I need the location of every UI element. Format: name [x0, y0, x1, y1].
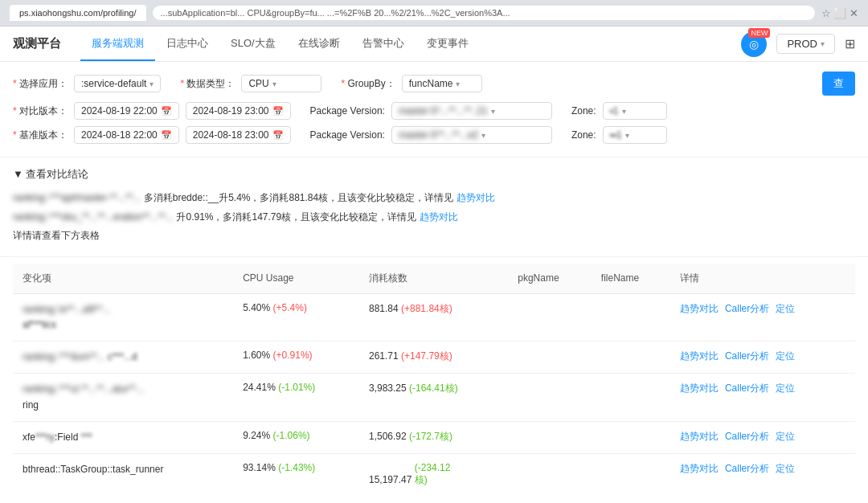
locate-btn-2[interactable]: 定位	[776, 350, 795, 363]
nav-item-server-monitor[interactable]: 服务端观测	[80, 27, 155, 61]
compare-start-date[interactable]: 2024-08-19 22:00 📅	[74, 102, 179, 120]
nav-item-online-diag[interactable]: 在线诊断	[287, 27, 351, 61]
zone-label: Zone:	[571, 105, 596, 117]
new-badge: NEW	[748, 28, 770, 38]
change-cell-3: ranking::***ul.**...**...atur**... ring	[13, 374, 233, 421]
comparison-table: 变化项 CPU Usage 消耗核数 pkgName fileName 详情 r…	[13, 264, 855, 495]
locate-btn-1[interactable]: 定位	[776, 302, 795, 316]
group-by-value: funcName	[409, 78, 453, 89]
base-end-date[interactable]: 2024-08-18 23:00 📅	[186, 126, 291, 144]
cpu-usage-cell-3: 24.41% (-1.01%)	[233, 374, 359, 421]
trend-compare-link-1[interactable]: 趋势对比	[457, 192, 495, 203]
group-by-label: GroupBy：	[341, 77, 395, 91]
compare-end-date[interactable]: 2024-08-19 23:00 📅	[186, 102, 291, 120]
file-cell-3	[592, 374, 670, 421]
th-cores: 消耗核数	[359, 264, 508, 294]
action-cell-1: 趋势对比 Caller分析 定位	[670, 293, 855, 341]
chevron-down-icon: ▾	[456, 80, 460, 88]
caller-btn-4[interactable]: Caller分析	[725, 430, 769, 444]
table-row: ranking::lo**...afil**... af***tics 5.40…	[13, 293, 855, 341]
data-type-label: 数据类型：	[180, 77, 235, 91]
caller-btn-3[interactable]: Caller分析	[725, 382, 769, 395]
action-cell-5: 趋势对比 Caller分析 定位	[670, 453, 855, 495]
caller-btn-2[interactable]: Caller分析	[725, 350, 769, 363]
summary-line-3: 详情请查看下方表格	[13, 227, 855, 245]
action-cell-3: 趋势对比 Caller分析 定位	[670, 374, 855, 421]
browser-tab[interactable]: ps.xiaohongshu.com/profiling/	[10, 5, 146, 21]
th-change: 变化项	[13, 264, 233, 294]
cores-cell-2: 261.71 (+147.79核)	[359, 341, 508, 374]
nav-item-change[interactable]: 变更事件	[416, 27, 480, 61]
chevron-down-icon: ▾	[272, 80, 276, 88]
base-start-date[interactable]: 2024-08-18 22:00 📅	[74, 126, 179, 144]
trend-btn-5[interactable]: 趋势对比	[680, 462, 719, 476]
app-select-value: :service-default	[81, 78, 146, 89]
compare-version-label: 对比版本：	[13, 104, 68, 118]
trend-btn-2[interactable]: 趋势对比	[680, 350, 719, 363]
th-pkg-name: pkgName	[508, 264, 592, 294]
table-section: 变化项 CPU Usage 消耗核数 pkgName fileName 详情 r…	[0, 264, 868, 503]
cpu-usage-cell-4: 9.24% (-1.06%)	[233, 421, 359, 453]
locate-btn-3[interactable]: 定位	[776, 382, 795, 395]
browser-url[interactable]: ...subApplication=bl... CPU&groupBy=fu..…	[153, 6, 815, 20]
caller-btn-1[interactable]: Caller分析	[725, 302, 769, 316]
cpu-usage-cell-1: 5.40% (+5.4%)	[233, 293, 359, 341]
filter-row-compare: 对比版本： 2024-08-19 22:00 📅 2024-08-19 23:0…	[13, 102, 855, 120]
trend-btn-1[interactable]: 趋势对比	[680, 302, 719, 316]
calendar-icon: 📅	[161, 106, 172, 117]
main-content: 选择应用： :service-default ▾ 数据类型： CPU ▾ Gro…	[0, 62, 868, 503]
base-version-label: 基准版本：	[13, 129, 68, 142]
nav-item-log-center[interactable]: 日志中心	[155, 27, 219, 61]
group-by-select[interactable]: funcName ▾	[402, 75, 482, 92]
locate-btn-5[interactable]: 定位	[776, 462, 795, 476]
calendar-icon: 📅	[161, 130, 172, 141]
th-actions: 详情	[670, 264, 855, 294]
change-cell-2: ranking::***dum**... c***...d	[13, 341, 233, 374]
select-app-label: 选择应用：	[13, 77, 68, 91]
app-select[interactable]: :service-default ▾	[74, 75, 161, 92]
compare-zone-value: ▪1	[610, 105, 619, 117]
pkg-cell-2	[508, 341, 592, 374]
nav-monitor-icon[interactable]: ◎ NEW	[741, 31, 767, 57]
pkg-cell-4	[508, 421, 592, 453]
caller-btn-5[interactable]: Caller分析	[725, 462, 769, 476]
pkg-version-label: Package Version:	[310, 105, 385, 117]
table-row: xfe***ry:Field *** 9.24% (-1.06%) 1,506.…	[13, 421, 855, 453]
calendar-icon: 📅	[272, 106, 284, 117]
nav-env-selector[interactable]: PROD ▾	[776, 34, 835, 54]
nav-layout-icon[interactable]: ⊞	[845, 36, 855, 51]
base-zone-value: ▪▪1	[610, 129, 622, 141]
change-cell-4: xfe***ry:Field ***	[13, 421, 233, 453]
cores-cell-1: 881.84 (+881.84核)	[359, 293, 508, 341]
trend-btn-3[interactable]: 趋势对比	[680, 382, 719, 395]
trend-compare-link-2[interactable]: 趋势对比	[420, 211, 458, 223]
nav-brand: 观测平台	[13, 36, 61, 51]
compare-pkg-select[interactable]: master-5*...**...**..21 ▾	[391, 102, 552, 120]
table-row: ranking::***ul.**...**...atur**... ring …	[13, 374, 855, 421]
summary-toggle[interactable]: ▼ 查看对比结论	[13, 167, 855, 182]
change-cell-1: ranking::lo**...afil**... af***tics	[13, 293, 233, 341]
base-pkg-select[interactable]: master-5**...**...e2 ▾	[391, 126, 552, 144]
nav-item-alert[interactable]: 告警中心	[351, 27, 416, 61]
data-type-select[interactable]: CPU ▾	[241, 75, 321, 92]
base-pkg-label: Package Version:	[310, 129, 385, 141]
table-header-row: 变化项 CPU Usage 消耗核数 pkgName fileName 详情	[13, 264, 855, 294]
nav-item-slo[interactable]: SLO/大盘	[219, 27, 287, 61]
summary-section: ▼ 查看对比结论 ranking::***apt/master-**...**.…	[0, 157, 868, 257]
confirm-button[interactable]: 查	[822, 72, 855, 96]
locate-btn-4[interactable]: 定位	[776, 430, 795, 444]
cores-cell-3: 3,983.25 (-164.41核)	[359, 374, 508, 421]
file-cell-5	[592, 453, 670, 495]
compare-pkg-value: master-5*...**...**..21	[399, 105, 488, 117]
base-zone-select[interactable]: ▪▪1 ▾	[603, 126, 667, 144]
compare-zone-select[interactable]: ▪1 ▾	[603, 102, 667, 120]
chevron-down-icon: ▾	[491, 107, 495, 116]
chevron-down-icon: ▾	[622, 107, 626, 116]
th-file-name: fileName	[592, 264, 670, 294]
data-type-value: CPU	[248, 78, 268, 89]
pkg-cell-3	[508, 374, 592, 421]
trend-btn-4[interactable]: 趋势对比	[680, 430, 719, 444]
cores-cell-5: 15,197.47 (-234.12核)	[359, 453, 508, 495]
summary-line-2: ranking::***oku_**...**...eration**...**…	[13, 209, 855, 227]
top-nav: 观测平台 服务端观测 日志中心 SLO/大盘 在线诊断 告警中心 变更事件 ◎ …	[0, 27, 868, 62]
